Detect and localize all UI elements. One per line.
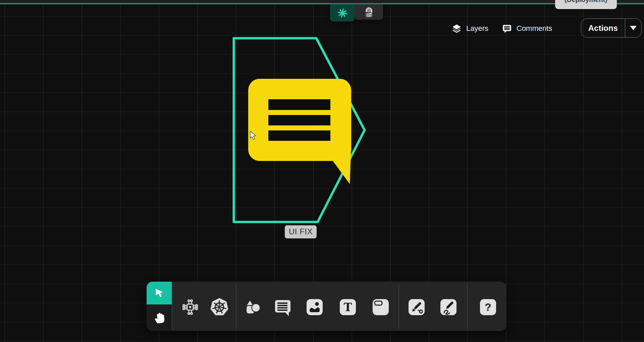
spiral-logo-icon [337,7,348,19]
tool-palette: T [147,282,506,331]
tool-shapes[interactable] [243,298,262,317]
tool-frame[interactable] [373,299,389,315]
tool-image[interactable] [307,299,323,315]
actions-label[interactable]: Actions [581,23,625,33]
support-agent-icon [363,6,375,18]
comment-lines-icon [502,23,512,34]
tool-text[interactable]: T [340,299,356,315]
deployment-tooltip: (Deployment) [555,0,617,9]
connector-pen-icon [409,299,425,315]
chip-node-icon [181,298,200,317]
layers-icon [451,23,462,34]
accent-line [0,3,644,4]
kubernetes-icon [210,298,229,317]
tool-draw[interactable] [440,299,457,315]
actions-button[interactable]: Actions [581,18,642,38]
tool-help[interactable]: ? [480,299,496,315]
toolbar-divider [172,284,172,329]
tool-connector[interactable] [409,299,425,315]
selection-label: UI FIX [285,225,317,238]
top-center-panel [330,4,383,21]
tool-hand[interactable] [147,304,172,331]
caret-down-icon [630,26,637,30]
hand-icon [153,311,166,325]
tool-chip-node[interactable] [181,298,200,317]
toolbar-divider [398,284,399,329]
help-tool-glyph: ? [485,302,491,312]
tool-comment[interactable] [273,298,292,317]
comments-button[interactable]: Comments [502,20,552,37]
comments-label: Comments [517,24,552,33]
app-root: UI FIX [0,0,644,342]
app-logo-button[interactable] [330,4,355,21]
comment-tool-icon [273,298,292,317]
support-agent-button[interactable] [355,4,383,20]
mouse-pointer-icon [250,131,258,141]
shapes-icon [243,298,262,317]
layers-button[interactable]: Layers [451,20,488,37]
top-strip [0,0,644,3]
image-icon [307,299,323,315]
layers-label: Layers [466,24,488,33]
toolbar-divider [467,284,468,329]
toolbar-divider [236,284,236,329]
deployment-tooltip-label: (Deployment) [565,0,607,4]
tool-kubernetes[interactable] [210,298,229,317]
actions-dropdown-toggle[interactable] [625,26,641,30]
pencil-draw-icon [440,299,457,315]
tool-select[interactable] [147,282,172,304]
text-tool-glyph: T [344,302,352,313]
frame-icon [373,299,389,315]
select-pointer-icon [154,288,164,298]
